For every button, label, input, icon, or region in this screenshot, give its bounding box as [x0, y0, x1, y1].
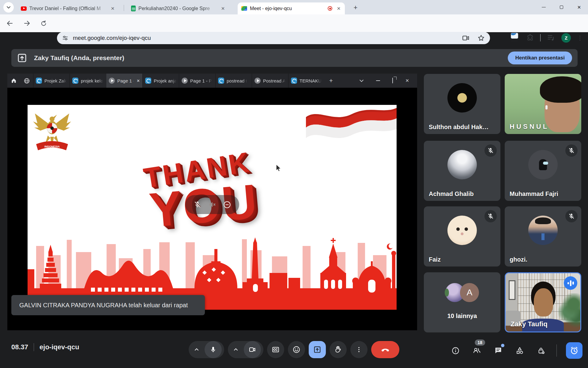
- camera-icon: [249, 346, 256, 353]
- participant-tile-husnul[interactable]: H U S N U L: [505, 74, 581, 134]
- stop-presenting-button[interactable]: Hentikan presentasi: [508, 52, 572, 64]
- host-controls-button[interactable]: [535, 344, 547, 357]
- close-icon[interactable]: ✕: [137, 79, 140, 83]
- chat-button[interactable]: [492, 344, 504, 357]
- activities-button[interactable]: [514, 344, 526, 357]
- url-text[interactable]: meet.google.com/ejo-iqev-qcu: [73, 35, 151, 41]
- browser-tab-sheets[interactable]: Perkuliahan20240 - Google Spre ✕: [127, 2, 229, 14]
- captions-button[interactable]: [267, 341, 284, 358]
- footer-left: 08.37 ejo-iqev-qcu: [11, 343, 79, 351]
- remove-participant-icon[interactable]: [223, 201, 231, 209]
- shared-tab[interactable]: Projek Zak: [33, 74, 70, 88]
- info-icon: [451, 347, 460, 355]
- globe-icon[interactable]: [20, 74, 33, 88]
- camera-button[interactable]: [244, 341, 261, 358]
- reload-button[interactable]: [37, 17, 50, 29]
- shared-tab[interactable]: Page 1 - P: [179, 74, 215, 88]
- toolbar-divider: [540, 34, 541, 41]
- browser-tab-youtube[interactable]: Trevor Daniel - Falling (Official M ✕: [17, 2, 119, 14]
- leave-toast: GALVIN CITRAKA PANDYA NUGRAHA telah kelu…: [11, 295, 205, 315]
- shared-tab[interactable]: Postread A: [252, 74, 288, 88]
- mic-off-icon[interactable]: [194, 201, 202, 209]
- media-controls-icon[interactable]: [547, 33, 555, 42]
- participant-tile-achmad[interactable]: Achmad Ghalib: [424, 141, 500, 201]
- shared-tab-title: Projek Zak: [44, 78, 66, 83]
- back-button[interactable]: [4, 17, 16, 29]
- shared-tab-active[interactable]: Page 1 -✕: [106, 74, 142, 88]
- design-doc-icon: [291, 78, 297, 84]
- mic-button-group[interactable]: [189, 341, 224, 358]
- present-button[interactable]: [309, 341, 326, 358]
- close-icon[interactable]: ✕: [110, 6, 116, 11]
- mic-options-chevron-icon[interactable]: [189, 347, 205, 352]
- window-controls: ✕: [535, 0, 588, 14]
- people-button[interactable]: 18: [471, 344, 483, 357]
- presenter-title: Zaky Taufiq (Anda, presenter): [34, 54, 124, 62]
- profile-avatar[interactable]: Z: [561, 33, 571, 43]
- audio-off-icon[interactable]: [208, 201, 216, 209]
- browser-tab-meet[interactable]: Meet - ejo-iqev-qcu ✕: [238, 2, 345, 14]
- shared-close-button[interactable]: ✕: [405, 78, 409, 83]
- close-icon[interactable]: ✕: [220, 6, 226, 11]
- chevron-down-icon[interactable]: [359, 79, 364, 83]
- timer-extension-button[interactable]: [566, 342, 582, 359]
- participant-tile-fajri[interactable]: Muhammad Fajri: [505, 141, 581, 201]
- end-call-button[interactable]: [371, 341, 399, 358]
- present-icon: [313, 346, 321, 354]
- shared-new-tab-button[interactable]: +: [325, 77, 337, 84]
- extensions-puzzle-icon[interactable]: [526, 34, 534, 42]
- participant-name: Muhammad Fajri: [510, 190, 558, 197]
- avatar: [447, 150, 477, 179]
- minimize-button[interactable]: [535, 0, 552, 14]
- tab-camera-icon[interactable]: [462, 34, 470, 42]
- participant-tile-sulthon[interactable]: Sulthon abdul Hak…: [424, 74, 500, 134]
- video-hair: [540, 76, 581, 103]
- avatar: [447, 216, 477, 245]
- meeting-details-button[interactable]: [449, 344, 462, 357]
- clock-text: 08.37: [11, 343, 28, 351]
- reactions-button[interactable]: [288, 341, 305, 358]
- earbud: [545, 105, 548, 109]
- more-options-button[interactable]: [350, 341, 368, 358]
- alarm-clock-icon: [570, 346, 579, 355]
- site-settings-icon[interactable]: [62, 35, 69, 41]
- shared-tab[interactable]: TERNAKU: [288, 74, 325, 88]
- camera-options-chevron-icon[interactable]: [228, 347, 244, 352]
- maximize-button[interactable]: [552, 0, 570, 14]
- bookmark-star-icon[interactable]: [477, 34, 485, 42]
- home-icon[interactable]: [7, 74, 20, 88]
- chevron-down-icon: [6, 5, 11, 10]
- emoji-icon: [292, 346, 300, 354]
- screen: Trevor Daniel - Falling (Official M ✕ Pe…: [0, 0, 588, 368]
- raise-hand-button[interactable]: [330, 341, 347, 358]
- video-face: [534, 288, 553, 316]
- wave-extension-icon: [511, 33, 518, 39]
- shared-minimize-button[interactable]: [376, 80, 380, 81]
- participant-tile-faiz[interactable]: Faiz: [424, 206, 500, 266]
- new-extension-button[interactable]: New: [509, 33, 520, 43]
- browser-menu-icon[interactable]: ⋮: [577, 34, 583, 41]
- participant-tile-ghozi[interactable]: ghozi.: [505, 206, 581, 266]
- meeting-code: ejo-iqev-qcu: [40, 343, 79, 351]
- new-tab-button[interactable]: +: [351, 3, 360, 12]
- new-label: New: [511, 39, 518, 43]
- close-icon[interactable]: ✕: [336, 6, 342, 11]
- play-doc-icon: [254, 78, 261, 84]
- forward-button[interactable]: [21, 17, 33, 29]
- mouse-cursor: [276, 164, 282, 172]
- address-bar[interactable]: meet.google.com/ejo-iqev-qcu: [57, 32, 490, 44]
- meet-icon: [241, 6, 247, 11]
- shared-restore-button[interactable]: [392, 78, 393, 83]
- activities-icon: [515, 346, 524, 355]
- design-doc-icon: [72, 78, 78, 84]
- participant-tile-overflow[interactable]: A 10 lainnya: [424, 272, 500, 332]
- shared-tab[interactable]: projek kelo: [70, 74, 106, 88]
- participant-tile-zaky[interactable]: Zaky Taufiq: [505, 272, 581, 332]
- shared-tab[interactable]: postread t: [215, 74, 252, 88]
- close-window-button[interactable]: ✕: [570, 0, 588, 14]
- camera-button-group[interactable]: [228, 341, 263, 358]
- tab-divider: [124, 5, 124, 11]
- mic-button[interactable]: [205, 341, 222, 358]
- shared-tab[interactable]: Projek anja: [142, 74, 179, 88]
- tab-search-button[interactable]: [3, 2, 14, 13]
